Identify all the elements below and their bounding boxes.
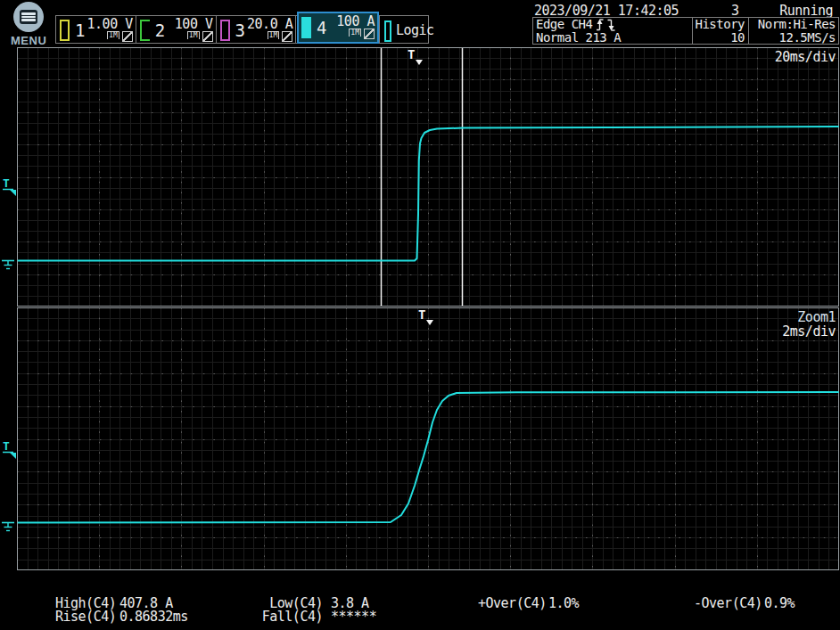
channel-1-button[interactable]: 1 1.00 V 1M [56,16,136,43]
current-probe-icon [364,29,375,39]
svg-text:T: T [418,307,425,322]
logic-label: Logic [396,22,434,38]
logic-indicator-icon [384,20,391,42]
main-grid [17,47,839,307]
svg-text:T: T [408,47,415,61]
probe-icon [202,31,213,42]
sample-rate: 12.5MS/s [749,31,836,45]
trigger-position-marker[interactable]: T [408,47,423,65]
channel-2-scale: 100 V [175,18,213,30]
history-button[interactable]: History 10 [692,18,748,44]
impedance-1M-icon: 1M [349,29,361,37]
channel-3-number: 3 [235,20,245,42]
trigger-mode-level: Normal 213 A [536,31,692,45]
trigger-settings[interactable]: Edge CH4 Normal 213 A [533,18,692,44]
history-label: History [693,18,745,31]
zoom-trigger-level-marker[interactable]: T [2,439,18,459]
datetime-row: 2023/09/21 17:42:05 3 Running [532,3,839,16]
zoom-trigger-position-marker[interactable]: T [418,307,433,325]
main-timebase-label: 20ms/div [775,49,836,65]
meas-pover-value: 1.0% [548,597,579,610]
channel-4-number: 4 [317,17,326,41]
channel-1-number: 1 [75,20,85,42]
zoom-timebase-label: 2ms/div [782,323,836,340]
acquisition-button[interactable]: Norm:Hi-Res 12.5MS/s [748,18,838,44]
meas-nover-label: -Over(C4) [694,597,762,610]
probe-icon [282,31,292,42]
channel-3-indicator-icon [220,20,230,41]
channel-4-button-selected[interactable]: 4 100 A 1M [297,12,379,44]
menu-label: MENU [11,34,46,47]
meas-pover-label: +Over(C4) [478,597,547,610]
trigger-type: Edge CH4 [536,18,592,31]
meas-fall-value: ****** [331,610,376,624]
zoom-ground-marker[interactable] [1,515,16,536]
menu-icon [13,2,44,32]
status-box: Edge CH4 Normal 213 A History 10 Norm:Hi… [532,17,839,45]
probe-icon [122,31,133,42]
meas-rise-label: Rise(C4) [55,610,116,624]
meas-nover-value: 0.9% [764,597,795,610]
svg-text:T: T [3,439,10,453]
trigger-level-marker[interactable]: T [2,176,18,196]
channel-2-number: 2 [155,20,165,42]
falling-edge-icon [607,19,615,31]
main-waveform-area[interactable]: T [17,47,839,307]
impedance-1M-icon: 1M [268,31,280,39]
channel-4-scale: 100 A [336,15,375,28]
logic-button[interactable]: Logic [380,16,428,43]
channel-2-indicator-icon [140,20,150,41]
zoom-waveform-area[interactable]: T [17,307,839,570]
menu-button[interactable]: MENU [11,2,46,45]
channel-1-indicator-icon [60,20,70,41]
channel-2-button[interactable]: 2 100 V 1M [136,16,217,43]
channel-3-button[interactable]: 3 20.0 A 1M [217,16,297,43]
impedance-1M-icon: 1M [187,31,200,39]
channel-1-scale: 1.00 V [87,18,133,30]
rising-edge-icon [596,19,604,31]
impedance-1M-icon: 1M [107,31,119,39]
channel-4-indicator-icon [301,17,311,38]
channel-3-scale: 20.0 A [247,18,292,30]
history-value: 10 [693,31,745,45]
ground-marker[interactable] [1,253,16,274]
acquisition-mode: Norm:Hi-Res [749,18,836,31]
meas-rise-value: 0.86832ms [119,610,188,624]
meas-fall-label: Fall(C4) [251,610,323,624]
svg-text:T: T [3,176,10,190]
